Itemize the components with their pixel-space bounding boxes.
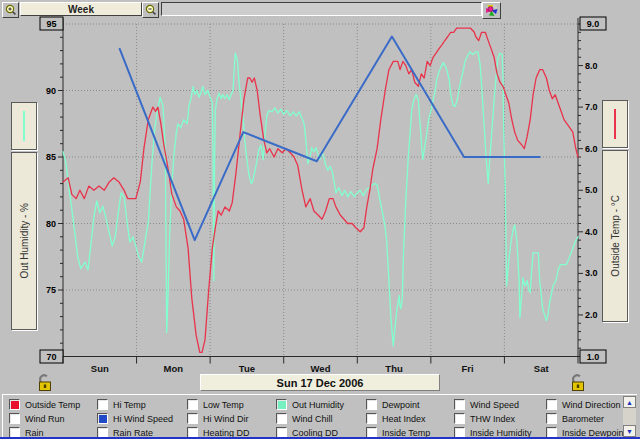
checkbox-label: Wind Chill: [292, 414, 333, 424]
left-axis-tick-label: 85: [46, 152, 56, 162]
day-label: Fri: [462, 363, 474, 374]
right-axis-tick-label: 6.0: [585, 144, 598, 154]
checkbox[interactable]: [454, 399, 465, 410]
checkbox[interactable]: [366, 413, 377, 424]
left-axis-title-panel[interactable]: Out Humidity - %: [11, 152, 37, 330]
weekly-chart[interactable]: 758085902.03.04.05.06.07.08.095709.01.0S…: [0, 0, 640, 394]
plot-option-outside-temp[interactable]: Outside Temp: [9, 398, 97, 411]
checkbox[interactable]: [97, 413, 108, 424]
right-axis-tick-label: 7.0: [585, 102, 598, 112]
day-label: Wed: [311, 363, 331, 374]
checkbox-label: THW Index: [470, 414, 515, 424]
plot-option-low-temp[interactable]: Low Temp: [187, 398, 276, 411]
right-axis-title: Outside Temp - °C: [610, 195, 621, 277]
right-axis-tick-label: 4.0: [585, 227, 598, 237]
color-pinwheel-icon: [485, 4, 498, 17]
plot-option-heat-index[interactable]: Heat Index: [366, 412, 454, 425]
plot-option-thw-index[interactable]: THW Index: [454, 412, 546, 425]
day-label: Sun: [91, 363, 109, 374]
period-selector[interactable]: Week: [20, 2, 142, 16]
weatherlink-plot-window: { "toolbar": { "period_selector": "Week"…: [0, 0, 640, 439]
checkbox-label: Wind Run: [25, 414, 65, 424]
plot-colors-button[interactable]: [482, 2, 501, 19]
plot-option-hi-wind-speed[interactable]: Hi Wind Speed: [97, 412, 187, 425]
day-label: Tue: [239, 363, 255, 374]
left-axis-min-label-box: [40, 350, 63, 363]
right-axis-tick-label: 3.0: [585, 268, 598, 278]
toolbar: Week: [0, 0, 640, 18]
series-out-humidity: [63, 52, 578, 346]
checkbox[interactable]: [454, 413, 465, 424]
plot-option-hi-temp[interactable]: Hi Temp: [97, 398, 187, 411]
checkbox-label: Heating DD: [203, 428, 250, 438]
left-axis-tick-label: 75: [46, 285, 56, 295]
checkbox[interactable]: [546, 399, 557, 410]
plot-option-barometer[interactable]: Barometer: [546, 412, 630, 425]
scroll-up-button[interactable]: ▲: [623, 396, 636, 408]
day-label: Sat: [534, 363, 550, 374]
plot-options-panel: Outside TempWind RunRainHi TempHi Wind S…: [2, 394, 637, 439]
day-label: Mon: [164, 363, 184, 374]
checkbox-label: Outside Temp: [25, 400, 80, 410]
checkbox-label: Inside Temp: [382, 428, 430, 438]
plot-option-out-humidity[interactable]: Out Humidity: [276, 398, 366, 411]
checkbox-label: Rain: [25, 428, 44, 438]
plot-option-wind-speed[interactable]: Wind Speed: [454, 398, 546, 411]
checkbox-label: Wind Direction: [562, 400, 621, 410]
right-axis-max-label: 9.0: [587, 19, 600, 29]
checkbox[interactable]: [187, 413, 198, 424]
checkbox[interactable]: [187, 399, 198, 410]
right-axis-title-panel[interactable]: Outside Temp - °C: [602, 150, 628, 322]
plot-options-grid: Outside TempWind RunRainHi TempHi Wind S…: [9, 398, 630, 439]
left-axis-max-label: 95: [46, 19, 56, 29]
checkbox-label: Dewpoint: [382, 400, 420, 410]
left-axis-tick-label: 80: [46, 219, 56, 229]
checkbox[interactable]: [546, 413, 557, 424]
left-axis-lock-icon[interactable]: [36, 373, 54, 392]
zoom-in-button[interactable]: [2, 2, 19, 18]
right-axis-tick-label: 8.0: [585, 61, 598, 71]
right-axis-lock-icon[interactable]: [569, 373, 587, 392]
checkbox[interactable]: [9, 413, 20, 424]
plot-option-hi-wind-dir[interactable]: Hi Wind Dir: [187, 412, 276, 425]
checkbox-label: Wind Speed: [470, 400, 519, 410]
checkbox-label: Out Humidity: [292, 400, 344, 410]
outside-temp-color-swatch: [614, 109, 616, 139]
checkbox-label: Low Temp: [203, 400, 244, 410]
checkbox[interactable]: [276, 399, 287, 410]
out-humidity-color-swatch: [23, 111, 25, 141]
plot-option-dewpoint[interactable]: Dewpoint: [366, 398, 454, 411]
date-range-box[interactable]: Sun 17 Dec 2006: [200, 374, 440, 391]
checkbox-label: Inside Dewpoint: [562, 428, 626, 438]
right-axis-tick-label: 2.0: [585, 310, 598, 320]
left-axis-tick-label: 90: [46, 86, 56, 96]
left-axis-min-label: 70: [46, 352, 56, 362]
checkbox-label: Heat Index: [382, 414, 426, 424]
toolbar-text-field[interactable]: [161, 2, 482, 16]
magnifier-minus-icon: [145, 4, 157, 16]
checkbox[interactable]: [97, 399, 108, 410]
zoom-out-button[interactable]: [142, 2, 159, 18]
left-series-sample[interactable]: [11, 102, 37, 150]
checkbox-label: Hi Temp: [113, 400, 146, 410]
right-axis-max-label-box: [580, 17, 606, 30]
right-axis-min-label-box: [580, 350, 606, 363]
day-label: Thu: [385, 363, 403, 374]
plot-option-wind-run[interactable]: Wind Run: [9, 412, 97, 425]
left-axis-max-label-box: [40, 17, 63, 30]
magnifier-plus-icon: [5, 4, 17, 16]
checkbox-label: Cooling DD: [292, 428, 338, 438]
checkbox-label: Rain Rate: [113, 428, 153, 438]
checkbox-label: Hi Wind Dir: [203, 414, 249, 424]
plot-option-wind-chill[interactable]: Wind Chill: [276, 412, 366, 425]
right-series-sample[interactable]: [602, 100, 628, 148]
plot-option-wind-direction[interactable]: Wind Direction: [546, 398, 630, 411]
scroll-down-button[interactable]: ▼: [623, 425, 636, 437]
checkbox[interactable]: [276, 413, 287, 424]
checkbox[interactable]: [366, 399, 377, 410]
checkbox[interactable]: [9, 399, 20, 410]
series-hi-wind-speed: [120, 37, 540, 241]
checkbox-label: Hi Wind Speed: [113, 414, 173, 424]
options-scrollbar[interactable]: ▲ ▼: [623, 396, 636, 437]
series-outside-temp: [63, 28, 578, 352]
